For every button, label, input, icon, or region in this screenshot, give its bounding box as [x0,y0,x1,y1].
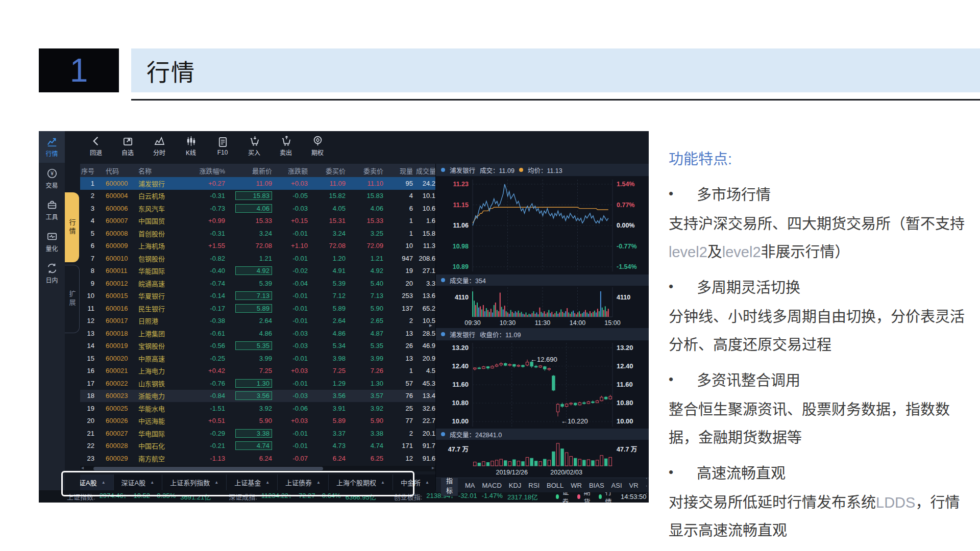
column-header[interactable]: 委卖价 [350,166,387,176]
column-header[interactable]: 现量 [387,166,416,176]
table-cell: 3.24 [312,230,350,237]
table-row[interactable]: 4600007中国国贸+0.9915.33+0.1515.3115.3311.6 [80,215,435,228]
toolbar-自选-button[interactable]: 自选 [112,135,143,157]
table-cell: 600006 [101,205,138,212]
toolbar-F10-button[interactable]: F10 [207,136,238,156]
table-cell: 15.33 [350,217,387,224]
time-tick-label: 14:00 [570,319,585,327]
index-status-group: 上证指数:2974.46↓-10.52-0.35%3691.21亿 [67,492,215,502]
scroll-right-arrow[interactable]: ▸ [432,465,434,470]
indicator-tab-RSI[interactable]: RSI [528,482,540,489]
scrollbar-thumb[interactable] [93,467,323,470]
table-row[interactable]: 9600012皖通高速-0.745.39-0.045.395.40203.3 [80,277,435,290]
side-tab-quote[interactable]: 行情 [65,192,79,262]
indicator-tab-MACD[interactable]: MACD [482,482,502,489]
table-row[interactable]: 3600006东风汽车-0.734.06-0.034.054.06610.6 [80,202,435,215]
toolbar-K线-button[interactable]: K线 [175,135,207,157]
svg-text:4110: 4110 [455,294,469,301]
table-cell: 171 [387,442,416,449]
indicator-tab-active[interactable]: 指标 [441,474,458,496]
table-row[interactable]: 2600004白云机场-0.3115.83-0.0515.8215.83410.… [80,190,435,203]
toolbar-买入-button[interactable]: 买入 [238,135,270,157]
chart-stock-name: 浦发银行 [450,165,475,175]
indicator-tab-MA[interactable]: MA [465,482,475,489]
column-header[interactable]: 涨跌额 [275,166,312,176]
table-cell: -0.01 [275,255,312,262]
table-row[interactable]: 6600009上海机场+1.5572.08+1.1072.0872.091011… [80,240,435,253]
column-header[interactable]: 代码 [101,166,138,176]
table-row[interactable]: 11600016民生银行-0.175.89-0.015.895.9013765.… [80,302,435,315]
indicator-tab-KDJ[interactable]: KDJ [509,482,522,489]
market-tab-中金所[interactable]: 中金所▲ [393,474,435,490]
scroll-left-arrow[interactable]: ◂ [81,465,84,470]
column-header[interactable]: 涨跌幅% [187,166,232,176]
indicator-tab-BIAS[interactable]: BIAS [589,482,604,489]
sidebar-item-交易[interactable]: ¥交易 [39,163,65,194]
sidebar-item-行情[interactable]: 行情 [39,131,65,163]
table-row[interactable]: 14600019宝钢股份-0.565.35-0.035.345.352646.9 [80,340,435,353]
sidebar-item-label: 工具 [45,212,58,221]
column-header[interactable]: 委买价 [312,166,350,176]
indicator-tab-ASI[interactable]: ASI [611,482,622,489]
market-tab-上证债券[interactable]: 上证债券▲ [278,474,329,490]
table-cell: 65.2 [416,305,435,312]
table-row[interactable]: 5600008首创股份-0.313.24-0.013.243.25115.8 [80,227,435,240]
price-highlight-box: 3.38 [235,429,272,438]
toolbar-分时-button[interactable]: 分时 [143,135,175,157]
table-cell: 57 [387,380,416,387]
table-cell: 600028 [101,442,138,449]
sidebar-item-日内[interactable]: 日内 [39,258,65,289]
market-tab-深证A股[interactable]: 深证A股▲ [114,474,163,490]
table-row[interactable]: 20600026中远海能+0.515.90+0.035.895.907722.7 [80,415,435,428]
table-row[interactable]: 15600020中原高速-0.253.99-0.013.983.991320.9 [80,352,435,365]
table-cell: 3 [80,205,101,212]
table-row[interactable]: 16600021上海电力+0.427.25+0.037.257.2614.5 [80,365,435,378]
table-row[interactable]: 17600022山东钢铁-0.761.30-0.011.291.305745.3 [80,377,435,390]
side-tab-extend[interactable]: 扩展 [65,265,80,333]
market-tab-上证系列指数[interactable]: 上证系列指数▲ [162,474,227,490]
table-cell: 上海机场 [138,241,187,251]
triangle-up-icon: ▲ [265,480,270,485]
column-header[interactable]: 最新价 [232,166,275,176]
table-cell: 7.26 [350,367,387,374]
stock-table-header: 序号代码名称涨跌幅%最新价涨跌额委买价委卖价现量成交量 [80,164,435,177]
toolbar-回退-button[interactable]: 回退 [80,135,112,157]
horizontal-scrollbar[interactable]: ◂ ▸ [80,466,435,471]
column-header[interactable]: 成交量 [416,166,435,176]
sidebar-item-工具[interactable]: 工具 [39,194,65,226]
price-highlight-box: 3.56 [235,391,272,400]
toolbar-卖出-button[interactable]: 卖出 [270,135,302,157]
indicator-tab-VR[interactable]: VR [629,482,639,489]
table-cell: -0.06 [275,405,312,412]
table-cell: 宝钢股份 [138,341,187,350]
table-row[interactable]: 12600017日照港-0.382.64-0.012.642.65210.5 [80,315,435,328]
table-cell: 600025 [101,405,138,412]
trade-icon: ¥ [46,168,58,179]
bullet-icon: • [669,279,673,294]
column-header[interactable]: 名称 [138,166,187,176]
index-value: -0.35% [155,492,176,502]
table-cell: 600012 [101,280,138,287]
panel-splitter-arrow[interactable]: ▸ [429,322,432,329]
market-tab-上证基金[interactable]: 上证基金▲ [227,474,278,490]
indicator-tab-BOLL[interactable]: BOLL [547,482,564,489]
table-row[interactable]: 8600011华能国际-0.404.92-0.024.914.921927.1 [80,265,435,278]
sidebar-item-量化[interactable]: 量化 [39,226,65,258]
table-row[interactable]: 1600000浦发银行+0.2711.09+0.0311.0911.109524… [80,177,435,190]
toolbar-期权-button[interactable]: 期权 [302,135,333,157]
table-row[interactable]: 21600027华电国际-0.293.38-0.013.373.38220.1 [80,427,435,440]
table-cell: 23 [80,455,101,462]
table-cell: -0.05 [275,192,312,199]
indicator-tab-WR[interactable]: WR [571,482,582,489]
table-row[interactable]: 13600018上港集团-0.614.86-0.034.864.871328.5 [80,327,435,340]
table-row[interactable]: 7600010包钢股份-0.821.21-0.011.201.21947208.… [80,252,435,265]
table-row[interactable]: 10600015华夏银行-0.147.13-0.017.127.1325313.… [80,290,435,303]
table-row[interactable]: 23600029南方航空-1.136.24-0.076.246.251291.6 [80,452,435,465]
svg-text:13.20: 13.20 [617,344,633,352]
table-row[interactable]: 22600028中国石化-0.214.74-0.014.734.7417191.… [80,440,435,453]
table-row[interactable]: 18600023浙能电力-0.843.56-0.033.563.577613.4 [80,390,435,403]
index-value: -1.47% [482,492,503,502]
column-header[interactable]: 序号 [80,166,101,176]
market-tab-上海个股期权[interactable]: 上海个股期权▲ [329,474,393,490]
table-row[interactable]: 19600025华能水电-1.513.92-0.063.913.922532.6 [80,402,435,415]
